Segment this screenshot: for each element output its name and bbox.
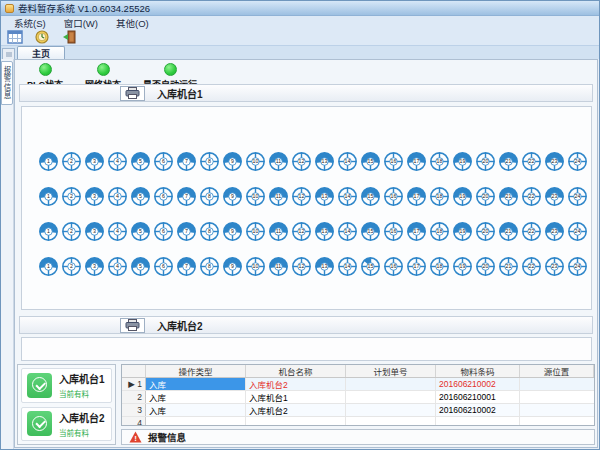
exit-button[interactable] — [58, 29, 80, 45]
reel-slot-19-full: 19 — [452, 221, 473, 242]
reel-slot-6-empty: 6 — [153, 221, 174, 242]
exit-door-icon — [62, 30, 76, 44]
dock-tab-alarm[interactable]: 报警信息 — [1, 61, 13, 105]
svg-text:19: 19 — [460, 228, 466, 234]
reel-slot-10-empty: 10 — [245, 151, 266, 172]
reel-slot-14-empty: 14 — [337, 221, 358, 242]
svg-text:22: 22 — [529, 228, 535, 234]
table-cell[interactable]: 入库 — [146, 404, 246, 416]
reel-slot-25-full: 25 — [590, 151, 592, 172]
reel-row: 1234567891011121314151617181920212223242… — [38, 256, 591, 277]
svg-text:16: 16 — [391, 228, 397, 234]
menu-system[interactable]: 系统(S) — [5, 16, 55, 30]
table-cell[interactable] — [246, 417, 346, 426]
table-row[interactable]: 4 — [122, 417, 594, 426]
reel-slot-14-empty: 14 — [337, 151, 358, 172]
table-cell[interactable]: 201606210002 — [436, 404, 520, 416]
svg-text:22: 22 — [529, 193, 535, 199]
svg-text:12: 12 — [299, 228, 305, 234]
reel-slot-12-empty: 12 — [291, 151, 312, 172]
table-cell[interactable] — [146, 417, 246, 426]
table-cell[interactable]: 入库 — [146, 391, 246, 403]
table-cell[interactable] — [520, 417, 594, 426]
reel-slot-9-full: 9 — [222, 151, 243, 172]
table-cell[interactable]: 201606210002 — [436, 378, 520, 390]
reel-slot-3-full: 3 — [84, 221, 105, 242]
table-cell[interactable]: 入库机台2 — [246, 404, 346, 416]
machine1-status-card: 入库机台1当前有料 — [21, 368, 112, 403]
table-cell[interactable] — [346, 378, 436, 390]
reel-slot-18-empty: 18 — [429, 151, 450, 172]
svg-text:16: 16 — [391, 158, 397, 164]
task-panel: 操作类型机台名称计划单号物料条码源位置▶ 1入库入库机台220160621000… — [121, 364, 595, 445]
svg-text:7: 7 — [185, 263, 188, 269]
column-header: 机台名称 — [246, 365, 346, 377]
reel-slot-1-full: 1 — [38, 186, 59, 207]
svg-text:3: 3 — [93, 193, 96, 199]
reel-slot-4-empty: 4 — [107, 221, 128, 242]
reel-slot-25-empty: 25 — [590, 256, 592, 277]
machine2-title: 入库机台2 — [157, 318, 203, 333]
reel-slot-12-empty: 12 — [291, 221, 312, 242]
table-cell[interactable]: 入库 — [146, 378, 246, 390]
reel-slot-13-full: 13 — [314, 256, 335, 277]
svg-text:5: 5 — [139, 263, 142, 269]
table-row[interactable]: 2入库入库机台1201606210001 — [122, 391, 594, 404]
reel-slot-23-full: 23 — [544, 151, 565, 172]
reel-slot-16-empty: 16 — [383, 151, 404, 172]
reel-slot-6-empty: 6 — [153, 186, 174, 207]
svg-text:13: 13 — [322, 158, 328, 164]
table-cell[interactable] — [520, 378, 594, 390]
task-table[interactable]: 操作类型机台名称计划单号物料条码源位置▶ 1入库入库机台220160621000… — [121, 364, 595, 426]
dock-mini-tab[interactable] — [2, 48, 15, 59]
menu-other[interactable]: 其他(O) — [107, 16, 158, 30]
card-text: 入库机台2当前有料 — [59, 410, 105, 438]
table-cell[interactable]: 入库机台1 — [246, 391, 346, 403]
table-row[interactable]: 3入库入库机台2201606210002 — [122, 404, 594, 417]
table-cell[interactable]: 201606210001 — [436, 391, 520, 403]
row-header-cell: ▶ 1 — [122, 378, 146, 390]
menu-window[interactable]: 窗口(W) — [55, 16, 107, 30]
reel-slot-13-full: 13 — [314, 221, 335, 242]
tab-home[interactable]: 主页 — [17, 46, 65, 59]
table-cell[interactable] — [436, 417, 520, 426]
reel-grid-panel-machine2 — [21, 337, 592, 361]
table-cell[interactable] — [346, 404, 436, 416]
table-cell[interactable] — [346, 417, 436, 426]
print-button-machine2[interactable] — [120, 318, 145, 333]
svg-text:6: 6 — [162, 263, 165, 269]
svg-text:24: 24 — [575, 228, 581, 234]
calendar-button[interactable] — [4, 29, 26, 45]
reel-slot-8-empty: 8 — [199, 256, 220, 277]
table-cell[interactable] — [520, 391, 594, 403]
svg-text:14: 14 — [345, 263, 351, 269]
table-cell[interactable] — [520, 404, 594, 416]
table-header-row: 操作类型机台名称计划单号物料条码源位置 — [122, 365, 594, 378]
row-header-cell: 3 — [122, 404, 146, 416]
svg-text:2: 2 — [70, 228, 73, 234]
svg-text:4: 4 — [116, 228, 119, 234]
svg-text:6: 6 — [162, 193, 165, 199]
reel-slot-17-full: 17 — [406, 186, 427, 207]
reel-slot-22-empty: 22 — [521, 186, 542, 207]
network-status-light — [97, 63, 110, 76]
reel-slot-23-full: 23 — [544, 221, 565, 242]
warning-icon: ! — [129, 431, 142, 443]
svg-text:4: 4 — [116, 158, 119, 164]
clock-button[interactable] — [31, 29, 53, 45]
svg-text:4: 4 — [116, 263, 119, 269]
svg-text:20: 20 — [483, 263, 489, 269]
svg-text:1: 1 — [47, 263, 50, 269]
reel-slot-21-full: 21 — [498, 221, 519, 242]
svg-text:16: 16 — [391, 263, 397, 269]
print-button-machine1[interactable] — [120, 86, 145, 101]
svg-text:17: 17 — [414, 228, 420, 234]
reel-row: 1234567891011121314151617181920212223242… — [38, 221, 591, 242]
svg-text:11: 11 — [276, 228, 282, 234]
column-header: 计划单号 — [346, 365, 436, 377]
table-cell[interactable] — [346, 391, 436, 403]
svg-text:15: 15 — [368, 263, 374, 269]
table-row[interactable]: ▶ 1入库入库机台2201606210002 — [122, 378, 594, 391]
table-cell[interactable]: 入库机台2 — [246, 378, 346, 390]
card-text: 入库机台1当前有料 — [59, 371, 105, 399]
